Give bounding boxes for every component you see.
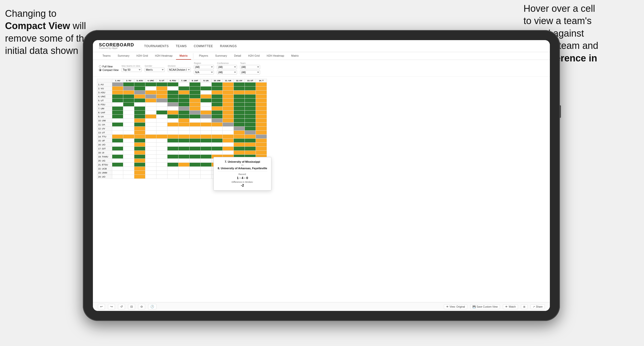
matrix-cell[interactable] xyxy=(190,127,201,131)
matrix-cell[interactable] xyxy=(256,147,267,151)
matrix-cell[interactable] xyxy=(245,151,256,155)
matrix-cell[interactable] xyxy=(190,119,201,123)
matrix-cell[interactable] xyxy=(134,82,145,86)
matrix-cell[interactable] xyxy=(223,111,234,115)
matrix-cell[interactable] xyxy=(179,159,190,163)
nav-committee[interactable]: COMMITTEE xyxy=(194,44,213,48)
matrix-cell[interactable] xyxy=(245,135,256,139)
clock-button[interactable]: 🕐 xyxy=(148,304,156,309)
matrix-cell[interactable] xyxy=(201,151,212,155)
matrix-cell[interactable] xyxy=(245,115,256,119)
matrix-cell[interactable] xyxy=(145,159,156,163)
matrix-cell[interactable] xyxy=(145,175,156,179)
view-option-compact[interactable]: Compact View xyxy=(99,69,119,71)
matrix-cell[interactable] xyxy=(112,171,123,175)
matrix-cell[interactable] xyxy=(179,143,190,147)
matrix-cell[interactable] xyxy=(156,111,167,115)
matrix-cell[interactable] xyxy=(245,123,256,127)
matrix-cell[interactable] xyxy=(112,151,123,155)
matrix-cell[interactable] xyxy=(112,95,123,99)
matrix-cell[interactable] xyxy=(167,107,179,111)
matrix-cell[interactable] xyxy=(145,91,156,95)
matrix-cell[interactable] xyxy=(123,143,134,147)
matrix-cell[interactable] xyxy=(123,151,134,155)
tab-h2h-heatmap2[interactable]: H2H Heatmap xyxy=(263,52,288,60)
matrix-cell[interactable] xyxy=(245,82,256,86)
matrix-cell[interactable] xyxy=(201,143,212,147)
matrix-cell[interactable] xyxy=(134,143,145,147)
matrix-cell[interactable] xyxy=(179,131,190,135)
matrix-cell[interactable] xyxy=(112,131,123,135)
matrix-cell[interactable] xyxy=(179,86,190,91)
matrix-cell[interactable] xyxy=(212,123,223,127)
matrix-cell[interactable] xyxy=(223,91,234,95)
matrix-cell[interactable] xyxy=(245,127,256,131)
matrix-cell[interactable] xyxy=(201,147,212,151)
matrix-cell[interactable] xyxy=(145,163,156,167)
matrix-cell[interactable] xyxy=(179,115,190,119)
matrix-cell[interactable] xyxy=(179,167,190,171)
matrix-cell[interactable] xyxy=(179,103,190,107)
matrix-cell[interactable] xyxy=(112,175,123,179)
matrix-cell[interactable] xyxy=(179,155,190,159)
matrix-cell[interactable] xyxy=(179,135,190,139)
matrix-cell[interactable] xyxy=(223,95,234,99)
matrix-cell[interactable] xyxy=(201,103,212,107)
matrix-cell[interactable] xyxy=(156,103,167,107)
matrix-cell[interactable] xyxy=(123,155,134,159)
matrix-cell[interactable] xyxy=(134,159,145,163)
matrix-cell[interactable] xyxy=(190,159,201,163)
matrix-cell[interactable] xyxy=(167,163,179,167)
matrix-cell[interactable] xyxy=(223,123,234,127)
matrix-cell[interactable] xyxy=(145,95,156,99)
matrix-cell[interactable] xyxy=(156,155,167,159)
filter-conference-select1[interactable]: (All) xyxy=(217,65,237,69)
matrix-cell[interactable] xyxy=(245,107,256,111)
matrix-cell[interactable] xyxy=(190,147,201,151)
matrix-cell[interactable] xyxy=(256,139,267,143)
matrix-cell[interactable] xyxy=(256,143,267,147)
matrix-cell[interactable] xyxy=(190,135,201,139)
layout-button[interactable]: ⊞ xyxy=(521,304,528,309)
matrix-cell[interactable] xyxy=(201,163,212,167)
matrix-cell[interactable] xyxy=(156,151,167,155)
matrix-cell[interactable] xyxy=(256,127,267,131)
matrix-cell[interactable] xyxy=(201,135,212,139)
matrix-cell[interactable] xyxy=(179,107,190,111)
tab-players[interactable]: Players xyxy=(195,52,212,60)
matrix-cell[interactable] xyxy=(112,143,123,147)
matrix-cell[interactable] xyxy=(145,131,156,135)
matrix-cell[interactable] xyxy=(134,95,145,99)
view-original-button[interactable]: 👁 View: Original xyxy=(444,304,467,309)
matrix-cell[interactable] xyxy=(201,119,212,123)
matrix-cell[interactable] xyxy=(112,147,123,151)
matrix-cell[interactable] xyxy=(167,82,179,86)
matrix-cell[interactable] xyxy=(201,91,212,95)
matrix-cell[interactable] xyxy=(256,135,267,139)
matrix-cell[interactable] xyxy=(179,111,190,115)
matrix-cell[interactable] xyxy=(156,167,167,171)
matrix-cell[interactable] xyxy=(123,163,134,167)
matrix-cell[interactable] xyxy=(167,151,179,155)
matrix-cell[interactable] xyxy=(234,123,245,127)
matrix-cell[interactable] xyxy=(190,91,201,95)
matrix-cell[interactable] xyxy=(167,143,179,147)
matrix-cell[interactable] xyxy=(201,115,212,119)
matrix-cell[interactable] xyxy=(190,86,201,91)
matrix-cell[interactable] xyxy=(223,115,234,119)
matrix-cell[interactable] xyxy=(145,135,156,139)
matrix-cell[interactable] xyxy=(156,147,167,151)
matrix-cell[interactable] xyxy=(156,139,167,143)
matrix-cell[interactable] xyxy=(123,119,134,123)
filter-conference-select2[interactable]: (All) xyxy=(217,70,237,74)
matrix-cell[interactable] xyxy=(245,131,256,135)
matrix-cell[interactable] xyxy=(223,151,234,155)
matrix-cell[interactable] xyxy=(234,95,245,99)
matrix-cell[interactable] xyxy=(123,131,134,135)
matrix-cell[interactable] xyxy=(179,175,190,179)
matrix-cell[interactable] xyxy=(201,167,212,171)
matrix-cell[interactable] xyxy=(190,143,201,147)
matrix-cell[interactable] xyxy=(112,167,123,171)
matrix-cell[interactable] xyxy=(212,119,223,123)
matrix-cell[interactable] xyxy=(212,99,223,103)
